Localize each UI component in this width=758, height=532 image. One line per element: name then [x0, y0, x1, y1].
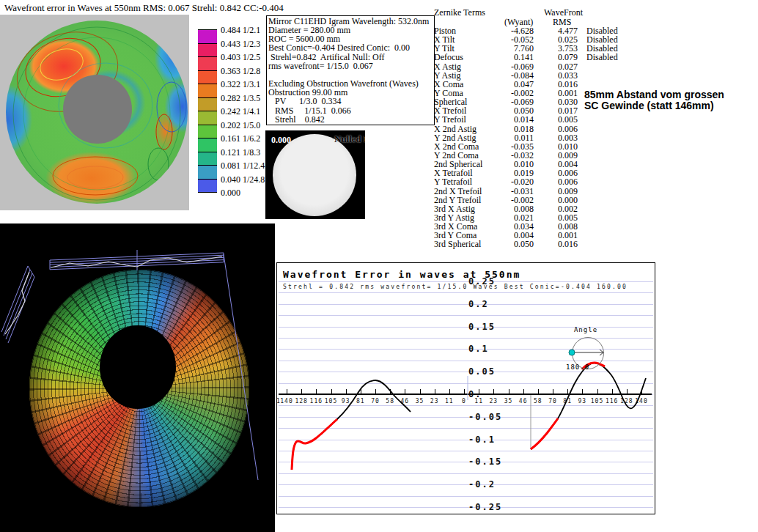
zernike-title: Zernike Terms	[434, 7, 485, 18]
colorbar-segment	[198, 179, 217, 193]
zernike-row: 3rd Spherical0.0500.016	[434, 240, 625, 248]
profile-chart-panel: 1140128116105938170584635231101123354658…	[276, 262, 655, 514]
colorbar-segment	[198, 138, 217, 152]
zernike-wyant-value: 0.014	[506, 115, 534, 124]
profile-curve-right	[531, 363, 646, 449]
colorbar-label: 0.403 1/2.5	[221, 52, 260, 63]
zernike-row: Y 2nd Astig0.0110.003	[434, 133, 625, 142]
nulled-value-label: 0.000	[271, 135, 291, 146]
zernike-table: Zernike Terms WaveFront (Wyant) RMS Pist…	[434, 7, 625, 249]
info-box-lines: Mirror C11EHD Igram Wavelength: 532.0nmD…	[268, 17, 433, 124]
zernike-rms-value: 0.027	[534, 62, 578, 71]
zernike-wyant-value: 0.018	[506, 125, 534, 133]
info-line: Best Conic=-0.404 Desired Conic: 0.00	[268, 43, 433, 52]
colorbar-label: 0.081 1/12.4	[221, 160, 265, 171]
wireframe-profile-curves	[5, 256, 222, 334]
colorbar-label: 0.000	[221, 188, 240, 199]
colorbar-segment	[198, 43, 217, 57]
zernike-term-name: Y Tetrafoil	[434, 177, 506, 186]
colorbar-label: 0.443 1/2.3	[221, 39, 260, 50]
colorbar-label: 0.202 1/5.0	[221, 120, 260, 131]
zernike-term-name: 2nd X Trefoil	[434, 187, 506, 196]
zernike-term-name: X Astig	[434, 62, 506, 71]
zernike-rms-value: 0.006	[534, 177, 578, 186]
profile-curve-left-red	[292, 419, 337, 470]
profile-curve-svg	[277, 263, 655, 514]
zernike-row: 2nd Y Trefoil-0.0020.000	[434, 196, 625, 204]
profile-curve-left	[292, 380, 411, 470]
colorbar-segment	[198, 165, 217, 179]
zernike-rms-value: 0.079	[534, 53, 578, 62]
zernike-row: 2nd X Trefoil-0.0310.009	[434, 187, 625, 196]
zernike-row: X 2nd Astig0.0180.006	[434, 125, 625, 133]
colorbar-segments	[198, 29, 217, 193]
zernike-term-name: X 2nd Astig	[434, 125, 506, 133]
zernike-wyant-value: 0.050	[506, 240, 534, 248]
profile-chart-title: Wavefront Error in waves at 550nm	[283, 269, 520, 280]
zernike-row: Y Tetrafoil-0.0200.006	[434, 177, 625, 186]
zernike-row: Y Trefoil0.0140.005	[434, 115, 625, 124]
zernike-rms-value: 0.000	[534, 196, 578, 204]
annotation-note-line2: SC Gewinde (statt 146mm)	[584, 100, 724, 111]
info-line: Strehl 0.842	[268, 115, 433, 124]
info-line: PV 1/3.0 0.334	[268, 97, 433, 106]
annotation-note-line1: 85mm Abstand vom grossen	[584, 89, 724, 100]
contour-title: Wavefront error in Waves at 550nm RMS: 0…	[4, 2, 284, 14]
zernike-col-wyant: (Wyant)	[504, 17, 533, 28]
nulled-igram-disk	[273, 134, 356, 216]
zernike-rms-value: 0.005	[534, 115, 578, 124]
nulled-caption: Nulled I	[334, 133, 365, 145]
angle-marker-dot[interactable]	[569, 350, 575, 355]
nulled-igram-panel: 0.000 Nulled I	[265, 130, 365, 219]
colorbar-label: 0.161 1/6.2	[221, 133, 260, 144]
info-line: rms wavefront= 1/15.0 0.067	[268, 62, 433, 70]
info-line: RMS 1/15.1 0.066	[268, 106, 433, 115]
zernike-wyant-value: -0.031	[506, 187, 534, 196]
profile-chart-subtitle: Strehl = 0.842 rms wavefront= 1/15.0 Wav…	[283, 284, 628, 290]
contour-map-panel	[0, 15, 189, 210]
zernike-term-name: 2nd Y Trefoil	[434, 196, 506, 204]
colorbar-label: 0.121 1/8.3	[221, 147, 260, 158]
zernike-term-name: Defocus	[434, 53, 506, 62]
colorbar-segment	[198, 97, 217, 111]
zernike-rms-value: 0.016	[534, 240, 578, 248]
zernike-term-name: Y Trefoil	[434, 115, 506, 124]
zernike-term-name: 3rd Spherical	[434, 240, 506, 248]
colorbar-segment	[198, 84, 217, 97]
colorbar-label: 0.040 1/24.8	[221, 174, 265, 185]
colorbar-segment	[198, 70, 217, 84]
colorbar-label: 0.363 1/2.8	[221, 66, 260, 77]
colorbar-segment	[198, 125, 217, 138]
zernike-rms-value: 0.006	[534, 125, 578, 133]
zernike-wyant-value: -0.069	[506, 62, 534, 71]
zernike-rows: Piston-4.6284.477DisabledX Tilt-0.0520.0…	[434, 26, 625, 249]
colorbar-label: 0.322 1/3.1	[221, 79, 260, 90]
colorbar-segment	[198, 111, 217, 125]
colorbar-label: 0.242 1/4.1	[221, 106, 260, 117]
annotation-note: 85mm Abstand vom grossen SC Gewinde (sta…	[584, 89, 724, 111]
zernike-col-rms: RMS	[553, 17, 571, 28]
zernike-rms-value: 0.009	[534, 187, 578, 196]
angle-widget-label: Angle	[564, 326, 608, 333]
profile-curve-right-red	[531, 418, 558, 449]
colorbar-segment	[198, 29, 217, 43]
zernike-row: Defocus0.1410.079Disabled	[434, 53, 625, 62]
zernike-wyant-value: -0.002	[506, 196, 534, 204]
wireframe-frame-lines	[0, 223, 275, 532]
zernike-wyant-value: -0.020	[506, 177, 534, 186]
angle-arrow-icon[interactable]	[567, 347, 608, 358]
zernike-header: Zernike Terms WaveFront (Wyant) RMS	[434, 7, 625, 26]
zernike-row: X Astig-0.0690.027	[434, 62, 625, 71]
mirror-info-box: Mirror C11EHD Igram Wavelength: 532.0nmD…	[266, 15, 435, 125]
app-window: Wavefront error in Waves at 550nm RMS: 0…	[0, 0, 758, 532]
colorbar-segment	[198, 152, 217, 166]
central-obstruction	[63, 75, 132, 144]
colorbar-segment	[198, 56, 217, 70]
zernike-wyant-value: 0.141	[506, 53, 534, 62]
angle-widget-value: 180.0	[566, 363, 589, 371]
zernike-status-toggle[interactable]: Disabled	[586, 53, 618, 62]
colorbar-label: 0.282 1/3.5	[221, 93, 260, 104]
colorbar-label: 0.484 1/2.1	[221, 25, 260, 36]
wireframe-3d-panel	[0, 223, 275, 532]
info-line: Strehl=0.842 Artifical Null: Off	[268, 53, 433, 62]
